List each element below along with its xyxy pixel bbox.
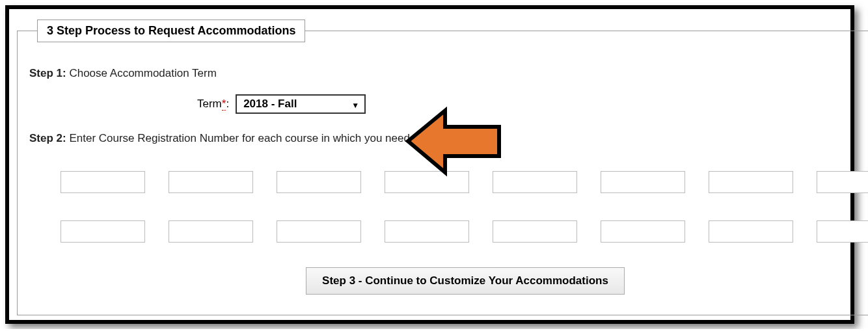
chevron-down-icon: ▼ xyxy=(351,101,359,110)
step2-heading: Step 2: Enter Course Registration Number… xyxy=(29,132,868,145)
fieldset-legend: 3 Step Process to Request Accommodations xyxy=(37,20,305,42)
term-row: Term*: 2018 - Fall ▼ xyxy=(197,94,868,114)
crn-input[interactable] xyxy=(385,220,469,243)
crn-input[interactable] xyxy=(601,171,685,193)
crn-input[interactable] xyxy=(61,171,145,193)
term-label: Term*: xyxy=(197,98,229,111)
crn-input[interactable] xyxy=(817,171,868,193)
term-selected-value: 2018 - Fall xyxy=(243,98,297,110)
crn-input[interactable] xyxy=(601,220,685,243)
crn-input[interactable] xyxy=(709,171,793,193)
step1-text: Choose Accommodation Term xyxy=(66,67,217,79)
term-select[interactable]: 2018 - Fall ▼ xyxy=(236,94,366,114)
window-frame: 3 Step Process to Request Accommodations… xyxy=(5,5,854,324)
crn-input[interactable] xyxy=(277,171,361,193)
step3-row: Step 3 - Continue to Customize Your Acco… xyxy=(29,267,868,295)
step1-heading: Step 1: Choose Accommodation Term xyxy=(29,67,868,80)
crn-input[interactable] xyxy=(817,220,868,243)
crn-input[interactable] xyxy=(493,220,577,243)
step2-prefix: Step 2: xyxy=(29,132,66,144)
crn-input[interactable] xyxy=(385,171,469,193)
accommodation-fieldset: 3 Step Process to Request Accommodations… xyxy=(17,20,868,315)
step2-text: Enter Course Registration Number for eac… xyxy=(66,132,491,144)
crn-input[interactable] xyxy=(277,220,361,243)
crn-input[interactable] xyxy=(709,220,793,243)
step1-prefix: Step 1: xyxy=(29,67,66,79)
crn-input[interactable] xyxy=(493,171,577,193)
crn-input[interactable] xyxy=(169,171,253,193)
crn-input[interactable] xyxy=(169,220,253,243)
crn-input[interactable] xyxy=(61,220,145,243)
crn-inputs-grid xyxy=(61,171,868,243)
continue-button[interactable]: Step 3 - Continue to Customize Your Acco… xyxy=(306,267,625,295)
